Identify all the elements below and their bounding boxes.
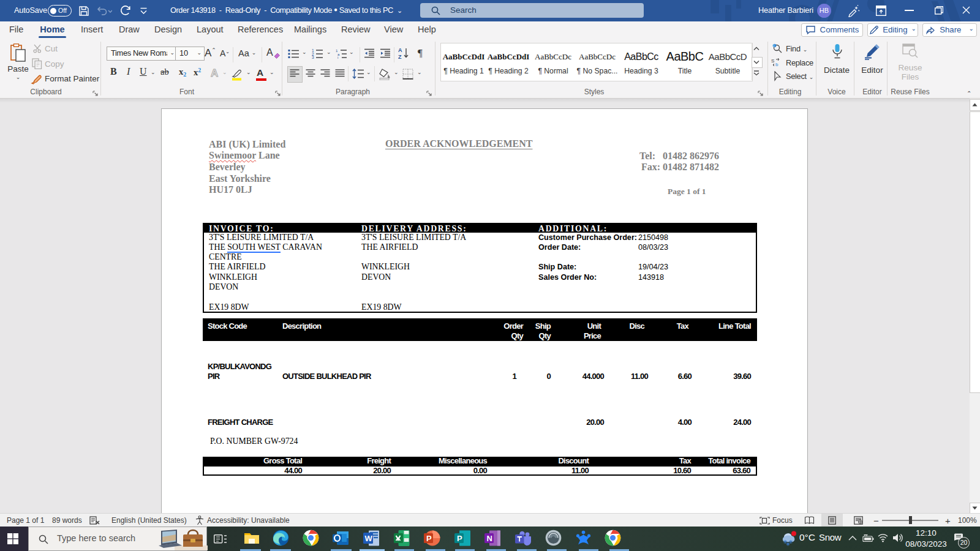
svg-text:Z: Z [398, 54, 402, 59]
svg-text:3: 3 [312, 55, 314, 59]
svg-text:W: W [365, 534, 373, 543]
svg-text:i: i [337, 56, 338, 59]
svg-text:b: b [775, 62, 778, 67]
svg-text:i: i [774, 43, 774, 48]
svg-text:A: A [211, 67, 218, 78]
svg-text:P: P [426, 534, 432, 543]
svg-text:S: S [771, 58, 774, 64]
svg-text:A: A [398, 47, 402, 53]
svg-text:P: P [457, 534, 462, 543]
svg-text:N: N [487, 534, 492, 543]
